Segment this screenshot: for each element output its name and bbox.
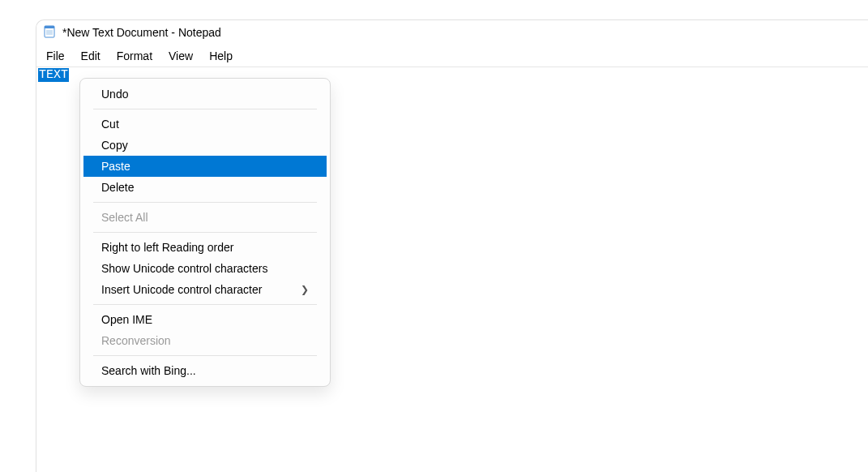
ctx-cut[interactable]: Cut [83,114,327,135]
ctx-separator [93,232,317,233]
menu-help[interactable]: Help [201,46,241,66]
selected-text[interactable]: TEXT [38,68,69,82]
menubar: File Edit Format View Help [36,45,868,67]
ctx-copy-label: Copy [101,139,128,152]
ctx-rtl-label: Right to left Reading order [101,241,233,254]
titlebar: *New Text Document - Notepad [36,20,868,45]
ctx-separator [93,109,317,109]
ctx-select-all-label: Select All [101,211,148,224]
chevron-right-icon: ❯ [301,284,309,295]
ctx-insert-unicode[interactable]: Insert Unicode control character ❯ [83,279,327,300]
ctx-delete-label: Delete [101,181,134,194]
menu-format[interactable]: Format [109,46,160,66]
ctx-undo[interactable]: Undo [83,84,327,105]
context-menu: Undo Cut Copy Paste Delete Select All Ri… [79,78,331,387]
ctx-select-all[interactable]: Select All [83,207,327,228]
ctx-reconversion-label: Reconversion [101,334,171,347]
notepad-icon [43,25,56,41]
ctx-open-ime-label: Open IME [101,313,152,326]
ctx-insert-unicode-label: Insert Unicode control character [101,283,262,296]
menu-file[interactable]: File [38,46,73,66]
ctx-show-unicode[interactable]: Show Unicode control characters [83,258,327,279]
window-title: *New Text Document - Notepad [62,26,221,39]
ctx-show-unicode-label: Show Unicode control characters [101,262,267,275]
ctx-rtl[interactable]: Right to left Reading order [83,237,327,258]
ctx-delete[interactable]: Delete [83,177,327,198]
menu-view[interactable]: View [160,46,201,66]
ctx-reconversion[interactable]: Reconversion [83,330,327,351]
ctx-cut-label: Cut [101,118,119,131]
ctx-undo-label: Undo [101,88,128,101]
ctx-copy[interactable]: Copy [83,135,327,156]
ctx-separator [93,202,317,203]
ctx-search-bing-label: Search with Bing... [101,364,196,377]
ctx-paste-label: Paste [101,160,130,173]
svg-rect-1 [45,26,54,28]
ctx-separator [93,355,317,356]
ctx-open-ime[interactable]: Open IME [83,309,327,330]
menu-edit[interactable]: Edit [73,46,109,66]
ctx-search-bing[interactable]: Search with Bing... [83,360,327,381]
ctx-paste[interactable]: Paste [83,156,327,177]
ctx-separator [93,304,317,305]
